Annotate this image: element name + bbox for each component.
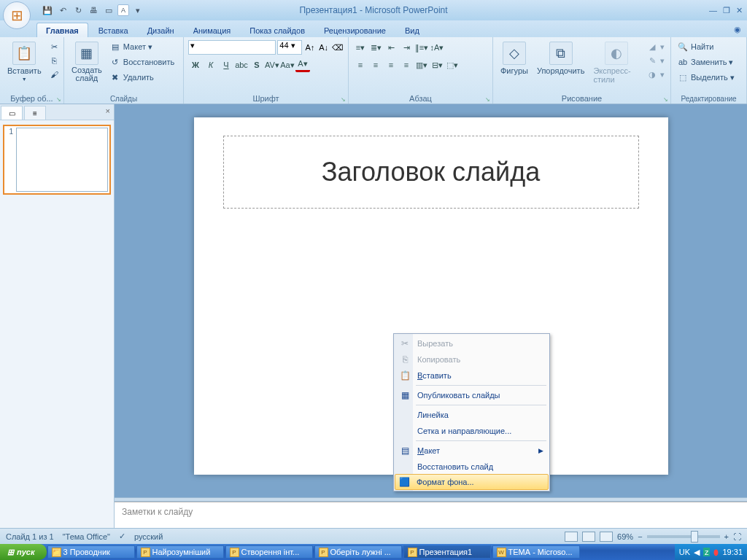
- tab-view[interactable]: Вид: [396, 23, 428, 37]
- qat-a-icon[interactable]: A: [117, 4, 129, 16]
- tray-icon[interactable]: z: [703, 548, 711, 556]
- panel-close-icon[interactable]: ×: [102, 104, 114, 120]
- arrange-button[interactable]: ⧉Упорядочить: [534, 40, 587, 77]
- layout-button[interactable]: ▤Макет ▾: [108, 40, 176, 53]
- slideshow-view-button[interactable]: [600, 532, 613, 542]
- bullets-button[interactable]: ≡▾: [353, 40, 368, 55]
- underline-button[interactable]: Ч: [219, 58, 233, 72]
- replace-button[interactable]: abЗаменить ▾: [676, 55, 736, 69]
- menu-layout[interactable]: ▤Макет▶: [395, 443, 548, 459]
- redo-icon[interactable]: ↻: [71, 4, 85, 17]
- quick-styles-button[interactable]: ◐Экспресс-стили: [590, 40, 642, 85]
- taskbar-item-0[interactable]: 📁3 Проводник: [47, 545, 135, 559]
- grow-font-button[interactable]: A↑: [303, 40, 316, 55]
- clear-format-button[interactable]: ⌫: [331, 40, 344, 55]
- shapes-button[interactable]: ◇Фигуры: [498, 40, 531, 77]
- shadow-button[interactable]: S: [249, 58, 264, 72]
- start-button[interactable]: ⊞пуск: [0, 544, 47, 560]
- paste-button[interactable]: 📋 Вставить ▼: [4, 40, 44, 83]
- shrink-font-button[interactable]: A↓: [317, 40, 330, 55]
- notes-pane[interactable]: Заметки к слайду: [115, 502, 747, 528]
- columns-button[interactable]: ▥▾: [414, 58, 429, 72]
- select-button[interactable]: ⬚Выделить ▾: [676, 71, 736, 84]
- shape-outline-button[interactable]: ✎▾: [645, 54, 666, 67]
- find-button[interactable]: 🔍Найти: [676, 40, 736, 53]
- format-painter-button[interactable]: 🖌: [47, 68, 62, 81]
- tray-icon[interactable]: ◀: [694, 548, 700, 557]
- align-text-button[interactable]: ⊟▾: [430, 58, 444, 72]
- tab-review[interactable]: Рецензирование: [315, 23, 395, 37]
- title-placeholder[interactable]: Заголовок слайда: [223, 136, 639, 209]
- numbering-button[interactable]: ≣▾: [368, 40, 383, 55]
- taskbar-item-5[interactable]: WТЕМА - Microso...: [492, 545, 580, 559]
- copy-button[interactable]: ⎘: [47, 54, 62, 67]
- spellcheck-icon[interactable]: ✓: [119, 532, 125, 541]
- sorter-view-button[interactable]: [582, 532, 595, 542]
- menu-reset[interactable]: Восстановить слайд: [395, 459, 548, 475]
- fit-button[interactable]: ⛶: [733, 532, 741, 541]
- dialog-launcher-icon[interactable]: ↘: [663, 96, 668, 103]
- tray-time[interactable]: 19:31: [722, 548, 743, 556]
- undo-icon[interactable]: ↶: [56, 4, 69, 17]
- delete-button[interactable]: ✖Удалить: [108, 71, 176, 84]
- normal-view-button[interactable]: [565, 532, 578, 542]
- reset-button[interactable]: ↺Восстановить: [108, 55, 176, 69]
- office-button[interactable]: [3, 1, 31, 29]
- bold-button[interactable]: Ж: [188, 58, 203, 72]
- zoom-out-button[interactable]: −: [638, 532, 642, 541]
- indent-inc-button[interactable]: ⇥: [399, 40, 414, 55]
- tab-animation[interactable]: Анимация: [185, 23, 240, 37]
- tab-insert[interactable]: Вставка: [90, 23, 137, 37]
- outline-tab[interactable]: ≡: [24, 106, 46, 120]
- font-name-combo[interactable]: ▾: [188, 40, 276, 55]
- print-icon[interactable]: 🖶: [87, 4, 100, 17]
- tab-home[interactable]: Главная: [36, 23, 88, 37]
- close-button[interactable]: ✕: [736, 6, 743, 15]
- zoom-slider[interactable]: [647, 535, 720, 538]
- font-color-button[interactable]: A▾: [295, 58, 310, 72]
- align-left-button[interactable]: ≡: [353, 58, 368, 72]
- spacing-button[interactable]: AV▾: [265, 58, 279, 72]
- menu-grid[interactable]: Сетка и направляющие...: [395, 423, 548, 439]
- font-size-combo[interactable]: 44 ▾: [277, 40, 302, 55]
- new-icon[interactable]: ▭: [102, 4, 115, 17]
- tray-lang[interactable]: UK: [679, 548, 690, 556]
- menu-publish[interactable]: ▦Опубликовать слайды: [395, 387, 548, 403]
- zoom-level[interactable]: 69%: [617, 532, 633, 541]
- text-direction-button[interactable]: ↕A▾: [430, 40, 444, 55]
- dialog-launcher-icon[interactable]: ↘: [56, 96, 61, 103]
- maximize-button[interactable]: ❐: [723, 6, 730, 15]
- menu-format-background[interactable]: 🟦Формат фона...: [395, 474, 549, 490]
- slide-thumbnail-1[interactable]: 1: [3, 125, 111, 195]
- tab-design[interactable]: Дизайн: [139, 23, 183, 37]
- status-lang[interactable]: русский: [134, 532, 163, 541]
- new-slide-button[interactable]: ▦ Создать слайд: [69, 40, 105, 84]
- case-button[interactable]: Aa▾: [280, 58, 295, 72]
- align-right-button[interactable]: ≡: [384, 58, 398, 72]
- taskbar-item-2[interactable]: PСтворення інт...: [225, 545, 313, 559]
- smartart-button[interactable]: ⬚▾: [445, 58, 460, 72]
- taskbar-item-1[interactable]: PНайрозумніший: [136, 545, 224, 559]
- align-center-button[interactable]: ≡: [368, 58, 383, 72]
- shape-fill-button[interactable]: ◢▾: [645, 40, 666, 53]
- line-spacing-button[interactable]: ‖≡▾: [414, 40, 429, 55]
- slides-tab[interactable]: ▭: [1, 106, 23, 120]
- minimize-button[interactable]: —: [709, 6, 717, 15]
- menu-ruler[interactable]: Линейка: [395, 407, 548, 423]
- tray-icon[interactable]: ⬮: [713, 548, 719, 557]
- strike-button[interactable]: abc: [234, 58, 249, 72]
- help-icon[interactable]: ◉: [728, 22, 747, 37]
- taskbar-item-4[interactable]: PПрезентация1: [403, 545, 491, 559]
- indent-dec-button[interactable]: ⇤: [384, 40, 398, 55]
- justify-button[interactable]: ≡: [399, 58, 414, 72]
- taskbar-item-3[interactable]: PОберіть лужні ...: [314, 545, 402, 559]
- cut-button[interactable]: ✂: [47, 40, 62, 53]
- tab-slideshow[interactable]: Показ слайдов: [241, 23, 314, 37]
- italic-button[interactable]: К: [204, 58, 218, 72]
- zoom-in-button[interactable]: +: [724, 532, 729, 541]
- dialog-launcher-icon[interactable]: ↘: [341, 96, 346, 103]
- shape-effects-button[interactable]: ◑▾: [645, 68, 666, 81]
- qat-more-icon[interactable]: ▾: [131, 4, 144, 17]
- menu-paste[interactable]: 📋Вставить: [395, 368, 548, 384]
- save-icon[interactable]: 💾: [41, 4, 54, 17]
